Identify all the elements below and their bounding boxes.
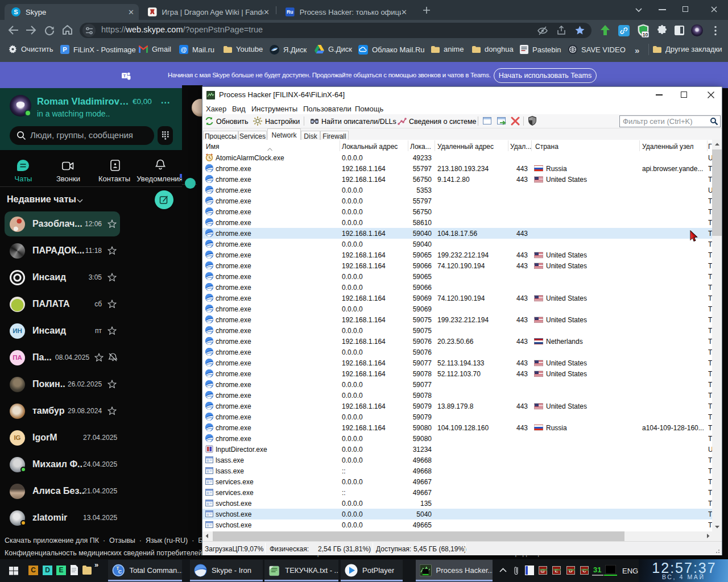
svg-text:Ru: Ru	[287, 9, 293, 15]
svg-text:T: T	[123, 74, 126, 78]
svg-text:@: @	[181, 46, 187, 53]
svg-text:S: S	[14, 9, 18, 15]
svg-text:P: P	[63, 46, 67, 53]
svg-text:C: C	[118, 569, 122, 575]
